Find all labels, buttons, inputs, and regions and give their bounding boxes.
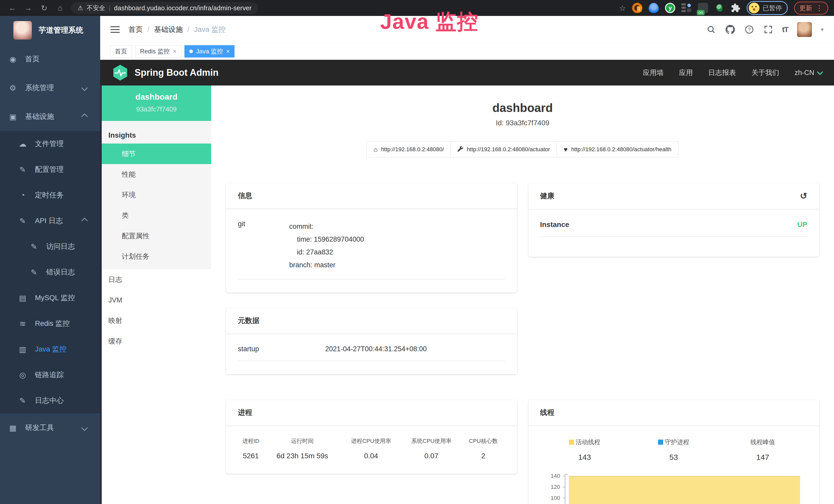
app-sidebar: 芋道管理系统 ◉ 首页 ⚙ 系统管理 ▣ 基础设施 ☁ 文件管理 ✎ [0,16,100,504]
sidebar-item-log-center[interactable]: ✎ 日志中心 [0,388,100,413]
sba-nav-about[interactable]: 关于我们 [751,68,779,77]
process-card: 进程 进程ID 运行时间 进程CPU使用率 系统CPU使用率 CPU核心数 [226,400,517,474]
annotation-java-monitor: Java 监控 [380,8,479,36]
tab-home[interactable]: 首页 [110,45,132,58]
sba-item-metrics[interactable]: 性能 [102,164,211,185]
sidebar-item-tracing[interactable]: ◎ 链路追踪 [0,362,100,388]
sidebar-item-dev-tools[interactable]: ▦ 研发工具 [0,413,100,442]
sba-item-details[interactable]: 细节 [102,143,211,164]
live-threads-label: 活动线程 [576,438,600,446]
search-icon[interactable] [706,24,716,35]
sidebar-collapse-icon[interactable] [110,26,120,33]
app-logo-row[interactable]: 芋道管理系统 [0,16,100,45]
sidebar-item-java-monitor[interactable]: ▥ Java 监控 [0,336,100,362]
font-size-icon[interactable]: tT [782,25,788,34]
security-label: 不安全 [87,4,105,12]
app-title: 芋道管理系统 [39,25,83,36]
github-icon[interactable] [725,24,736,35]
health-url-button[interactable]: ♥ http://192.168.0.2:48080/actuator/heal… [556,141,678,157]
extension-badge: 1 [637,6,642,12]
extensions-puzzle-icon[interactable] [731,3,741,13]
info-card-title: 信息 [226,183,517,209]
monitor-icon: ▣ [8,112,18,121]
sidebar-item-api-log[interactable]: ✎ API 日志 [0,208,100,234]
actuator-url-button[interactable]: http://192.168.0.2:48080/actuator [451,141,557,157]
live-threads-swatch [569,439,574,445]
metadata-key: startup [238,345,325,353]
tab-java-monitor[interactable]: Java 监控 × [184,45,235,58]
sba-item-classes[interactable]: 类 [102,205,211,226]
extension-grid-icon[interactable] [681,3,692,13]
edit-icon: ✎ [18,165,28,174]
system-cpu-value: 0.07 [401,452,462,460]
sba-brand-title[interactable]: Spring Boot Admin [135,67,219,78]
tags-view-bar: 首页 Redis 监控 × Java 监控 × [100,43,834,60]
status-badge: UP [797,221,807,229]
browser-back-button[interactable]: ← [6,2,19,14]
browser-address-bar[interactable]: ⚠ 不安全 | dashboard.yudao.iocoder.cn/infra… [71,2,258,14]
sba-item-caches[interactable]: 缓存 [102,331,211,351]
info-key: git [238,220,289,271]
user-avatar[interactable] [797,22,812,37]
sba-nav-journal[interactable]: 日志报表 [708,68,736,77]
redis-icon: ≋ [18,319,28,328]
browser-update-button[interactable]: 更新 ⋮ [794,2,828,15]
browser-profile-chip[interactable]: 已暂停 [747,1,788,15]
sba-item-logs[interactable]: 日志 [102,269,211,290]
instance-name: dashboard [102,92,211,102]
extension-pin-icon[interactable] [649,3,659,13]
live-threads-area [569,476,800,504]
sidebar-item-cron[interactable]: ◔ 定时任务 [0,182,100,208]
browser-home-button[interactable]: ⌂ [53,2,67,14]
clock-icon: ◔ [18,191,28,200]
sidebar-item-redis[interactable]: ≋ Redis 监控 [0,311,100,336]
sba-item-scheduled-tasks[interactable]: 计划任务 [102,246,211,267]
chevron-up-icon [81,113,88,120]
page-subtitle-id: Id: 93a3fc7f7409 [226,119,819,127]
extension-orange-icon[interactable]: 1 [632,3,642,13]
sidebar-item-config[interactable]: ✎ 配置管理 [0,157,100,182]
sba-nav-applications[interactable]: 应用 [679,68,693,77]
sidebar-item-system[interactable]: ⚙ 系统管理 [0,73,100,102]
sba-nav: 应用墙 应用 日志报表 关于我们 zh-CN [643,68,822,77]
breadcrumb-home[interactable]: 首页 [128,25,143,35]
close-icon[interactable]: × [173,48,176,55]
y-tick-100: 100 [540,495,560,501]
gear-icon: ⚙ [8,84,18,92]
service-url-button[interactable]: ⌂ http://192.168.0.2:48080/ [367,141,451,157]
extension-on-icon[interactable]: on [698,3,708,13]
sidebar-item-infra[interactable]: ▣ 基础设施 [0,102,100,131]
sba-item-environment[interactable]: 环境 [102,185,211,205]
browser-forward-button[interactable]: → [22,2,35,14]
sidebar-item-files[interactable]: ☁ 文件管理 [0,131,100,157]
sidebar-item-mysql[interactable]: ▤ MySQL 监控 [0,285,100,311]
instance-header[interactable]: dashboard 93a3fc7f7409 [102,86,211,121]
sba-item-mappings[interactable]: 映射 [102,311,211,331]
screen: ← → ↻ ⌂ ⚠ 不安全 | dashboard.yudao.iocoder.… [0,0,834,504]
browser-reload-button[interactable]: ↻ [38,2,51,14]
sidebar-item-error-log[interactable]: ✎ 错误日志 [0,259,100,285]
svg-text:?: ? [748,27,750,32]
sidebar-item-access-log[interactable]: ✎ 访问日志 [0,234,100,259]
bookmark-star-icon[interactable]: ☆ [619,4,626,13]
threads-chart: 140 120 100 [540,474,808,504]
extension-sprout-icon[interactable] [714,3,725,13]
daemon-threads-label: 守护进程 [665,438,689,446]
locale-selector[interactable]: zh-CN [794,69,822,77]
history-icon[interactable]: ↺ [800,191,808,201]
avatar-caret-icon[interactable]: ▾ [821,26,824,33]
log-icon: ✎ [29,268,39,277]
sidebar-item-home[interactable]: ◉ 首页 [0,45,100,73]
breadcrumb-infra[interactable]: 基础设施 [154,25,183,35]
sba-item-config-props[interactable]: 配置属性 [102,226,211,246]
daemon-threads-swatch [658,439,663,445]
sba-nav-wallboard[interactable]: 应用墙 [643,68,663,77]
sba-item-jvm[interactable]: JVM [102,290,211,311]
live-threads-value: 143 [540,453,629,462]
extension-y-icon[interactable]: y [665,3,675,13]
help-icon[interactable]: ? [744,24,754,35]
tab-redis-monitor[interactable]: Redis 监控 × [135,45,181,58]
close-icon[interactable]: × [226,48,229,55]
browser-menu-icon[interactable]: ⋮ [816,4,823,12]
fullscreen-icon[interactable] [763,24,773,35]
